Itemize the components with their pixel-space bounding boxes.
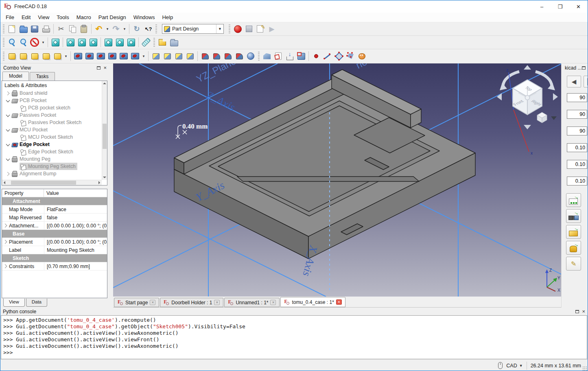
- macro-execute-button[interactable]: ▶: [267, 24, 277, 34]
- menu-view[interactable]: View: [34, 13, 53, 22]
- new-document-button[interactable]: [7, 24, 17, 34]
- create-group-button[interactable]: [168, 37, 179, 48]
- tree-item-mcu-pocket[interactable]: MCU Pocket: [2, 126, 107, 133]
- subtractive-dropdown[interactable]: ▾: [141, 51, 146, 61]
- expander-open-icon[interactable]: [4, 127, 11, 133]
- property-value[interactable]: false: [44, 214, 107, 221]
- document-tab-doorbell-holder-1[interactable]: Doorbell Holder : 1✕: [160, 298, 223, 307]
- fit-all-button[interactable]: [7, 37, 17, 48]
- create-sketch-button[interactable]: [273, 51, 284, 61]
- nav-dropdown-icon[interactable]: [551, 116, 557, 120]
- fillet-button[interactable]: [200, 51, 210, 61]
- linear-pattern-button[interactable]: [162, 51, 173, 61]
- menu-edit[interactable]: Edit: [18, 13, 34, 22]
- dock-splitter[interactable]: [109, 63, 113, 308]
- refresh-button[interactable]: ↻: [131, 24, 142, 34]
- mirrored-button[interactable]: [151, 51, 161, 61]
- dimension-annotation[interactable]: 0.40 mm: [176, 122, 208, 139]
- blank-button[interactable]: [584, 76, 588, 87]
- left-view-button[interactable]: [126, 37, 136, 48]
- property-row-constraints[interactable]: Constraints[0.70 mm;0.90 mm]: [2, 262, 107, 271]
- macro-stop-button[interactable]: [244, 24, 254, 34]
- polar-pattern-button[interactable]: [173, 51, 184, 61]
- export-board-button[interactable]: →: [566, 225, 581, 239]
- create-shape-binder-button[interactable]: [296, 51, 306, 61]
- scroll-up-icon[interactable]: [103, 83, 106, 84]
- paste-button[interactable]: [79, 24, 89, 34]
- push-footprint-button[interactable]: →: [566, 193, 581, 207]
- document-tab-tomu-0-4-case-1[interactable]: tomu_0.4_case : 1*✕: [280, 297, 345, 307]
- float-panel-icon[interactable]: [97, 66, 101, 70]
- kicad-panel-titlebar[interactable]: kicad ...: [563, 64, 588, 72]
- scroll-thumb[interactable]: [103, 124, 107, 149]
- draft-button[interactable]: [223, 51, 233, 61]
- pad-button[interactable]: [7, 51, 17, 61]
- kicad-field-5[interactable]: [567, 160, 587, 169]
- document-tab-start-page[interactable]: Start page✕: [114, 298, 159, 307]
- draw-style-button[interactable]: [29, 37, 40, 48]
- close-panel-icon[interactable]: ×: [103, 66, 107, 70]
- property-row-attachment[interactable]: Attachment...[(0.00 0.00 1.00); 0.00 °; …: [2, 222, 107, 230]
- boolean-button[interactable]: [245, 51, 256, 61]
- menu-macro[interactable]: Macro: [73, 13, 95, 22]
- property-row-map-mode[interactable]: Map ModeFlatFace: [2, 205, 107, 214]
- combo-tab-model[interactable]: Model: [2, 72, 29, 81]
- close-button[interactable]: ✕: [569, 0, 588, 13]
- tree-item-board-shield[interactable]: Board shield: [2, 89, 107, 97]
- property-value[interactable]: FlatFace: [44, 205, 107, 213]
- top-view-button[interactable]: [77, 37, 87, 48]
- tab-close-icon[interactable]: ✕: [270, 300, 276, 305]
- front-view-button[interactable]: [65, 37, 76, 48]
- edit-script-button[interactable]: ✎: [566, 257, 581, 271]
- fit-selection-button[interactable]: [18, 37, 28, 48]
- nav-arrow-left-icon[interactable]: [497, 93, 502, 100]
- hole-button[interactable]: [84, 51, 95, 61]
- expander-closed-icon[interactable]: [4, 90, 11, 96]
- revolution-button[interactable]: [18, 51, 28, 61]
- scroll-thumb[interactable]: [11, 181, 76, 185]
- additive-loft-button[interactable]: [29, 51, 40, 61]
- float-panel-icon[interactable]: [582, 66, 586, 70]
- property-row-label[interactable]: LabelMounting Peg Sketch: [2, 246, 107, 254]
- python-console-titlebar[interactable]: Python console ×: [0, 308, 588, 315]
- property-value[interactable]: [(0.00 0.00 1.00); 0.00 °; (0....: [44, 238, 107, 246]
- redo-dropdown[interactable]: ▾: [122, 24, 127, 34]
- expander-open-icon[interactable]: [4, 156, 11, 162]
- menu-help[interactable]: Help: [158, 13, 177, 22]
- axonometric-view-button[interactable]: [50, 37, 61, 48]
- carbon-copy-button[interactable]: [356, 51, 367, 61]
- nav-style-selector[interactable]: CAD: [506, 363, 517, 369]
- expander-closed-icon[interactable]: [4, 170, 11, 177]
- nav-arrow-up-icon[interactable]: [524, 65, 531, 70]
- title-bar[interactable]: FreeCAD 0.18 –❒✕: [0, 0, 588, 13]
- tree-item-alignment-bump[interactable]: Alignment Bump: [2, 170, 107, 177]
- tab-close-icon[interactable]: ✕: [336, 299, 342, 305]
- measure-distance-button[interactable]: [141, 37, 151, 48]
- combo-tab-tasks[interactable]: Tasks: [30, 72, 55, 81]
- nav-arrow-down-icon[interactable]: [524, 125, 531, 129]
- chamfer-button[interactable]: [211, 51, 222, 61]
- close-panel-icon[interactable]: ×: [582, 310, 585, 313]
- save-button[interactable]: [29, 24, 40, 34]
- property-group-sketch[interactable]: Sketch: [2, 254, 107, 262]
- property-value[interactable]: Mounting Peg Sketch: [44, 246, 107, 254]
- property-group-attachment[interactable]: Attachment: [2, 197, 107, 205]
- tree-item-edge-pocket[interactable]: Edge Pocket: [2, 141, 107, 148]
- map-sketch-to-face-button[interactable]: [284, 51, 295, 61]
- workbench-selector[interactable]: Part Design ▼: [162, 24, 224, 34]
- subtractive-loft-button[interactable]: [107, 51, 118, 61]
- property-row-placement[interactable]: Placement[(0.00 0.00 1.00); 0.00 °; (0..…: [2, 238, 107, 246]
- cut-button[interactable]: ✂: [56, 24, 66, 34]
- scroll-right-icon[interactable]: [98, 181, 100, 184]
- minimize-button[interactable]: –: [533, 0, 551, 13]
- back-button[interactable]: ◀: [567, 76, 581, 87]
- bottom-view-button[interactable]: [114, 37, 125, 48]
- menu-tools[interactable]: Tools: [53, 13, 72, 22]
- resize-grip[interactable]: [582, 366, 587, 371]
- create-point-button[interactable]: [311, 51, 321, 61]
- whats-this-button[interactable]: ↖?: [143, 24, 153, 34]
- undo-dropdown[interactable]: ▾: [105, 24, 110, 34]
- tree-vertical-scrollbar[interactable]: [102, 81, 107, 180]
- expander-open-icon[interactable]: [4, 97, 11, 104]
- macro-edit-button[interactable]: [255, 24, 266, 34]
